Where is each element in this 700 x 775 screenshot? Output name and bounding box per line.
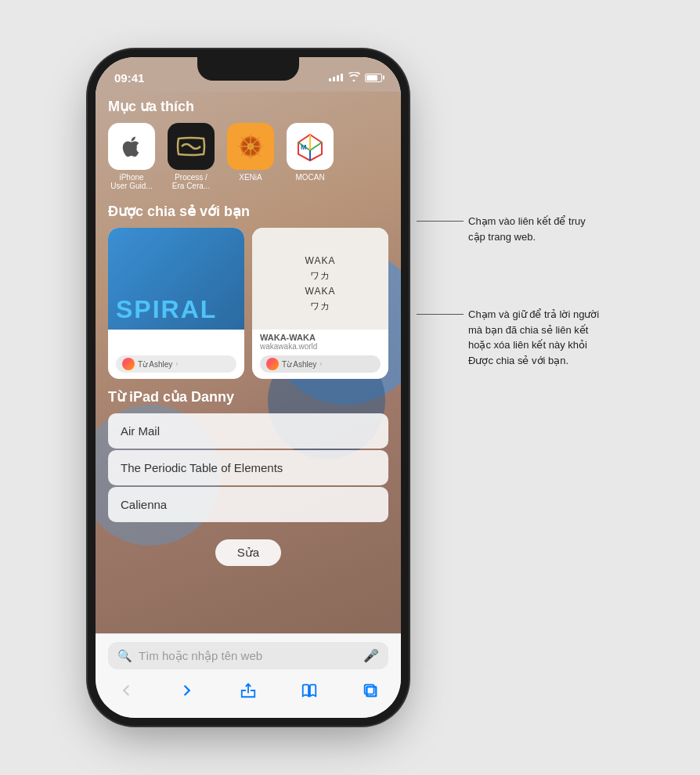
phone-screen: 09:41 <box>96 57 401 718</box>
signal-bar-1 <box>329 78 331 81</box>
signal-bars-icon <box>329 74 343 81</box>
waka-jp-text-block: WAKAワカWAKAワカ <box>260 246 381 322</box>
edit-button[interactable]: Sửa <box>215 539 281 566</box>
phone: 09:41 <box>96 57 401 718</box>
waka-card-footer: WAKA-WAKA wakawaka.world Từ Ashley › <box>252 333 388 379</box>
shared-card-waka[interactable]: WAKAワカWAKAワカ WAKA-WAKA wakawaka.world Từ… <box>252 228 388 379</box>
waka-url: wakawaka.world <box>260 342 381 351</box>
from-ipad-section: Từ iPad của Danny Air Mail The Periodic … <box>108 388 388 522</box>
scroll-area[interactable]: Mục ưa thích iPhoneUser Guid... <box>96 92 401 633</box>
fav-icon-mocan: M <box>287 123 334 170</box>
spiral-card-image: SPIRAL <box>108 228 244 330</box>
fav-item-process[interactable]: Process /Era Cera... <box>168 123 215 190</box>
battery-fill <box>366 75 377 81</box>
annotation-1-text: Chạm vào liên kết để truy cập trang web. <box>468 214 604 244</box>
fav-label-mocan: MOCAN <box>295 173 324 182</box>
tabs-button[interactable] <box>359 679 382 702</box>
fav-icon-xenia <box>227 123 274 170</box>
waka-from-avatar <box>266 358 279 370</box>
from-ipad-title: Từ iPad của Danny <box>108 388 388 406</box>
spiral-title: SPIRAL <box>116 333 236 342</box>
annotation-1: Chạm vào liên kết để truy cập trang web. <box>417 214 604 244</box>
fav-item-mocan[interactable]: M MOCAN <box>287 123 334 190</box>
signal-bar-3 <box>337 75 339 81</box>
wifi-icon <box>348 71 360 84</box>
spiral-url: spiraljournal.co <box>116 342 236 351</box>
ipad-item-calienna[interactable]: Calienna <box>108 487 388 522</box>
annotation-2: Chạm và giữ để trả lời người mà bạn đã c… <box>417 307 604 368</box>
favorites-title: Mục ưa thích <box>108 98 388 115</box>
fav-label-iphone-guide: iPhoneUser Guid... <box>110 173 152 190</box>
battery-icon <box>365 74 382 82</box>
favorites-grid: iPhoneUser Guid... Process /Era Cera... <box>108 123 388 190</box>
spiral-from-avatar <box>122 358 135 370</box>
spiral-card-footer: SPIRAL spiraljournal.co Từ Ashley › <box>108 333 244 379</box>
notch <box>197 57 299 81</box>
spiral-logo-text: SPIRAL <box>116 297 236 322</box>
bottom-bar: 🔍 Tìm hoặc nhập tên web 🎤 <box>96 633 401 718</box>
signal-bar-2 <box>333 77 335 81</box>
bookmarks-button[interactable] <box>298 679 321 702</box>
fav-label-xenia: XENiA <box>239 173 262 182</box>
annotation-1-line <box>417 221 464 222</box>
fav-item-xenia[interactable]: XENiA <box>227 123 274 190</box>
edit-button-row: Sửa <box>108 530 388 575</box>
phone-wrapper: 09:41 <box>96 57 401 718</box>
search-placeholder: Tìm hoặc nhập tên web <box>139 649 357 663</box>
waka-title: WAKA-WAKA <box>260 333 381 342</box>
shared-cards: SPIRAL SPIRAL spiraljournal.co Từ Ashley… <box>108 228 388 379</box>
forward-button[interactable] <box>175 679 199 702</box>
spiral-from-text: Từ Ashley <box>138 360 172 369</box>
annotations-panel: Chạm vào liên kết để truy cập trang web.… <box>417 214 604 368</box>
search-bar[interactable]: 🔍 Tìm hoặc nhập tên web 🎤 <box>108 642 388 669</box>
annotation-2-line <box>417 314 464 315</box>
waka-chevron-icon: › <box>319 360 322 368</box>
shared-with-you-section: Được chia sẻ với bạn SPIRAL SPIRAL spira… <box>108 203 388 379</box>
spiral-from-badge[interactable]: Từ Ashley › <box>116 355 236 373</box>
shared-with-you-title: Được chia sẻ với bạn <box>108 203 388 220</box>
fav-item-iphone-guide[interactable]: iPhoneUser Guid... <box>108 123 155 190</box>
annotation-2-text: Chạm và giữ để trả lời người mà bạn đã c… <box>468 307 604 368</box>
search-icon: 🔍 <box>117 649 132 663</box>
back-button[interactable] <box>114 679 138 702</box>
waka-from-text: Từ Ashley <box>282 360 316 369</box>
status-time: 09:41 <box>114 71 144 85</box>
share-button[interactable] <box>236 679 260 702</box>
waka-card-image: WAKAワカWAKAワカ <box>252 228 388 330</box>
page-container: 09:41 <box>96 57 604 718</box>
ipad-item-airmail[interactable]: Air Mail <box>108 413 388 449</box>
ipad-list: Air Mail The Periodic Table of Elements … <box>108 413 388 522</box>
status-icons <box>329 71 382 84</box>
svg-text:M: M <box>301 143 307 151</box>
signal-bar-4 <box>341 74 343 81</box>
spiral-chevron-icon: › <box>175 360 178 368</box>
fav-icon-process <box>168 123 215 170</box>
mic-icon[interactable]: 🎤 <box>363 648 379 663</box>
ipad-item-periodic[interactable]: The Periodic Table of Elements <box>108 450 388 485</box>
waka-from-badge[interactable]: Từ Ashley › <box>260 355 381 373</box>
waka-jp-text: WAKAワカWAKAワカ <box>260 254 381 314</box>
svg-rect-8 <box>366 687 376 696</box>
fav-label-process: Process /Era Cera... <box>172 173 210 190</box>
shared-card-spiral[interactable]: SPIRAL SPIRAL spiraljournal.co Từ Ashley… <box>108 228 244 379</box>
fav-icon-apple <box>108 123 155 170</box>
svg-rect-7 <box>365 685 374 694</box>
nav-buttons <box>108 679 388 702</box>
